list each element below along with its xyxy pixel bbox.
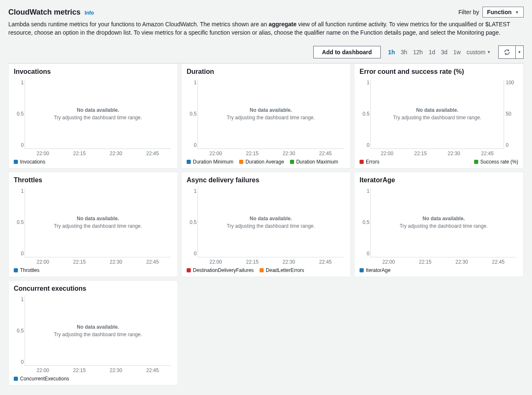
chart-card: Error count and success rate (%)10.50100… [354,63,524,169]
time-range-3h[interactable]: 3h [401,49,407,55]
legend-label: DeadLetterErrors [266,267,304,273]
y-tick: 0 [21,251,24,257]
no-data-subtitle: Try adjusting the dashboard time range. [227,115,315,121]
x-tick: 22:45 [146,259,159,265]
y-tick: 1 [367,80,370,86]
legend-swatch [14,268,18,272]
legend-item: Duration Average [239,159,284,165]
chart-card: Invocations10.50No data available.Try ad… [8,63,178,169]
y-tick: 1 [194,188,197,194]
time-range-custom[interactable]: custom▼ [467,49,491,55]
chart-plot: 10.50No data available.Try adjusting the… [187,77,345,158]
chart-card: IteratorAge10.50No data available.Try ad… [354,172,524,277]
chart-legend: ErrorsSuccess rate (%) [360,159,518,165]
chart-plot: 10.50No data available.Try adjusting the… [187,186,345,267]
y-tick: 0 [367,142,370,148]
y-tick: 0.5 [17,219,24,225]
chart-legend: IteratorAge [360,267,518,273]
x-tick: 22:30 [110,259,122,265]
refresh-button[interactable] [499,46,515,58]
no-data-title: No data available. [422,216,465,221]
y-tick: 1 [21,297,24,302]
no-data-title: No data available. [250,107,292,113]
no-data-subtitle: Try adjusting the dashboard time range. [393,115,482,121]
legend-label: Errors [366,159,380,165]
time-range-1h[interactable]: 1h [388,49,395,55]
x-tick: 22:45 [319,259,332,265]
y-tick: 0.5 [17,328,24,334]
x-tick: 22:00 [37,259,49,265]
no-data-title: No data available. [77,324,119,330]
x-tick: 22:15 [73,259,86,265]
no-data-subtitle: Try adjusting the dashboard time range. [54,332,142,337]
x-tick: 22:45 [319,151,332,156]
x-tick: 22:15 [73,151,86,156]
time-range-12h[interactable]: 12h [413,49,423,55]
legend-item: Duration Minimum [187,159,233,165]
chart-title: Async delivery failures [187,176,345,184]
chart-legend: ConcurrentExecutions [14,376,172,382]
y-tick: 0.5 [362,219,370,225]
legend-item: DestinationDeliveryFailures [187,267,254,273]
time-range-1d[interactable]: 1d [429,49,435,55]
filter-by-value: Function [487,9,512,15]
chevron-down-icon: ▼ [515,10,519,15]
legend-item: Throttles [14,267,40,273]
legend-swatch [239,160,243,164]
chart-plot: 10.50No data available.Try adjusting the… [360,186,518,267]
legend-label: Throttles [20,267,40,273]
x-tick: 22:45 [481,151,494,156]
filter-by-select[interactable]: Function ▼ [482,7,524,18]
x-tick: 22:00 [210,151,222,156]
chart-card: Async delivery failures10.50No data avai… [181,172,351,277]
chevron-down-icon: ▼ [518,50,522,54]
legend-swatch [360,268,364,272]
y-tick: 0 [21,142,24,148]
legend-label: Duration Average [245,159,284,165]
x-tick: 22:00 [37,151,49,156]
legend-label: IteratorAge [366,267,390,273]
x-tick: 22:45 [146,151,159,156]
time-range-3d[interactable]: 3d [441,49,447,55]
add-to-dashboard-button[interactable]: Add to dashboard [313,46,381,58]
y-tick: 0 [194,251,197,257]
no-data-subtitle: Try adjusting the dashboard time range. [400,223,488,229]
x-tick: 22:00 [37,367,49,373]
x-tick: 22:30 [455,259,468,265]
chart-title: Error count and success rate (%) [360,68,518,75]
x-tick: 22:30 [282,259,295,265]
chart-card: Duration10.50No data available.Try adjus… [181,63,351,169]
chart-title: Duration [187,68,345,75]
chart-plot: 10.50100500No data available.Try adjusti… [360,77,518,158]
chart-plot: 10.50No data available.Try adjusting the… [14,77,172,158]
legend-swatch [360,160,364,164]
x-tick: 22:00 [381,151,393,156]
chart-legend: Invocations [14,159,172,165]
time-range-1w[interactable]: 1w [453,49,461,55]
description-text: Lambda sends runtime metrics for your fu… [8,20,512,37]
x-tick: 22:30 [282,151,295,156]
no-data-subtitle: Try adjusting the dashboard time range. [227,223,315,229]
legend-swatch [187,268,191,272]
no-data-title: No data available. [77,216,119,221]
x-tick: 22:15 [414,151,427,156]
x-tick: 22:00 [382,259,395,265]
no-data-subtitle: Try adjusting the dashboard time range. [54,115,142,121]
x-tick: 22:00 [210,259,222,265]
filter-by-label: Filter by [458,9,479,15]
y-tick-right: 50 [506,111,511,117]
legend-item: DeadLetterErrors [260,267,304,273]
legend-item: Duration Maximum [290,159,338,165]
info-link[interactable]: Info [85,10,94,16]
chart-legend: Throttles [14,267,172,273]
y-tick: 0 [194,142,197,148]
chevron-down-icon: ▼ [487,50,491,54]
chart-title: Throttles [14,176,172,184]
refresh-options-button[interactable]: ▼ [516,46,523,58]
x-tick: 22:30 [448,151,460,156]
legend-swatch [14,160,18,164]
legend-item: Success rate (%) [474,159,518,165]
y-tick: 0.5 [190,219,197,225]
x-tick: 22:30 [110,367,122,373]
legend-label: Success rate (%) [480,159,518,165]
